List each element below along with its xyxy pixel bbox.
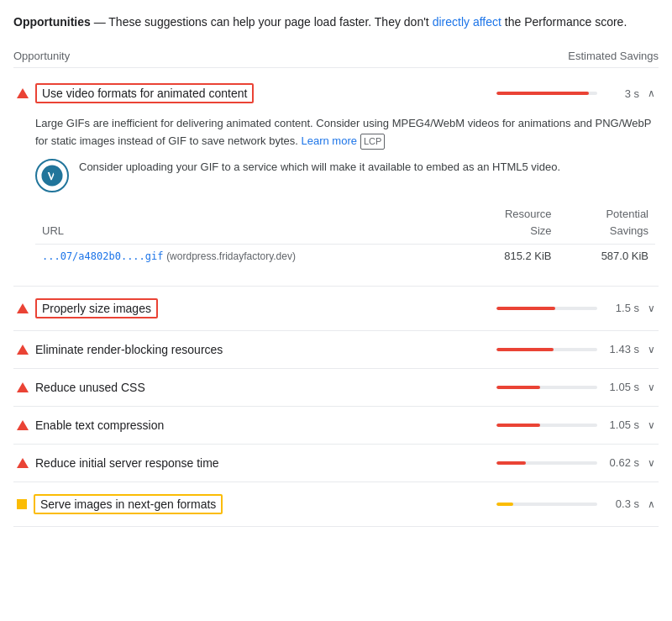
highlighted-title-box-next-gen-formats: Serve images in next-gen formats [34,494,223,514]
wordpress-block-video-formats: Consider uploading your GIF to a service… [35,159,655,192]
opportunity-row-video-formats[interactable]: Use video formats for animated content3 … [13,78,659,108]
chevron-icon-render-blocking[interactable]: ∨ [648,344,655,355]
savings-bar-next-gen-formats [496,503,513,506]
opportunity-right-video-formats: 3 s∧ [487,87,655,100]
opportunity-item-render-blocking: Eliminate render-blocking resources1.43 … [13,331,659,369]
table-header-2: PotentialSavings [559,203,655,245]
opportunity-right-text-compression: 1.05 s∨ [487,418,655,431]
chevron-icon-unused-css[interactable]: ∨ [648,382,655,393]
opportunity-left-video-formats: Use video formats for animated content [17,83,487,103]
warning-icon-server-response [17,458,29,468]
chevron-icon-properly-size[interactable]: ∨ [648,303,655,314]
opportunity-item-server-response: Reduce initial server response time0.62 … [13,445,659,482]
savings-bar-container-render-blocking [496,348,597,351]
warning-icon-properly-size [17,303,29,313]
savings-bar-container-text-compression [496,424,597,427]
highlighted-title-box-properly-size: Properly size images [35,298,158,318]
wordpress-icon-video-formats [35,159,69,192]
opportunity-right-unused-css: 1.05 s∨ [487,381,655,393]
warning-icon-unused-css [17,382,29,392]
opportunity-title-next-gen-formats: Serve images in next-gen formats [40,497,216,511]
warning-icon-render-blocking [17,345,29,355]
chevron-icon-text-compression[interactable]: ∨ [648,419,655,431]
savings-bar-text-compression [496,424,540,427]
savings-bar-properly-size [496,307,555,310]
savings-bar-container-video-formats [496,92,597,95]
opportunity-title-text-compression: Enable text compression [35,418,164,432]
chevron-icon-next-gen-formats[interactable]: ∧ [648,498,655,510]
wordpress-description-video-formats: Consider uploading your GIF to a service… [79,159,560,176]
savings-value-next-gen-formats: 0.3 s [606,497,639,510]
opportunity-left-next-gen-formats: Serve images in next-gen formats [17,494,487,514]
learn-more-link-video-formats[interactable]: Learn more [301,134,356,147]
savings-value-video-formats: 3 s [606,87,639,100]
highlighted-title-box-video-formats: Use video formats for animated content [35,83,254,103]
url-domain-0: (wordpress.fridayfactory.dev) [166,250,296,262]
table-row-0: ...07/a4802b0....gif (wordpress.fridayfa… [35,245,655,269]
url-table-video-formats: URLResourceSizePotentialSavings...07/a48… [35,203,655,269]
table-header-0: URL [35,203,461,245]
opportunities-label: Opportunities [13,15,91,29]
opportunity-row-unused-css[interactable]: Reduce unused CSS1.05 s∨ [13,376,659,399]
col-estimated-savings: Estimated Savings [568,50,659,62]
opportunity-right-properly-size: 1.5 s∨ [487,302,655,314]
opportunity-left-server-response: Reduce initial server response time [17,456,487,470]
savings-value-render-blocking: 1.43 s [606,343,639,355]
description-start: — These suggestions can help your page l… [91,15,433,29]
opportunity-row-properly-size[interactable]: Properly size images1.5 s∨ [13,293,659,324]
chevron-icon-video-formats[interactable]: ∧ [648,87,655,99]
opportunity-row-next-gen-formats[interactable]: Serve images in next-gen formats0.3 s∧ [13,489,659,519]
opportunity-title-unused-css: Reduce unused CSS [35,381,145,394]
warning-icon-text-compression [17,420,29,430]
opportunities-list: Use video formats for animated content3 … [13,71,659,527]
table-url-0: ...07/a4802b0....gif (wordpress.fridayfa… [35,245,461,269]
warning-icon-video-formats [17,88,29,98]
savings-value-properly-size: 1.5 s [606,302,639,314]
opportunity-item-properly-size: Properly size images1.5 s∨ [13,287,659,331]
directly-affect-link[interactable]: directly affect [433,15,501,29]
opportunity-title-video-formats: Use video formats for animated content [42,87,247,100]
opportunity-item-video-formats: Use video formats for animated content3 … [13,71,659,287]
columns-header: Opportunity Estimated Savings [13,45,659,68]
savings-bar-container-server-response [496,461,597,465]
description-end: the Performance score. [501,15,627,29]
savings-value-unused-css: 1.05 s [606,381,639,393]
table-resource-size-0: 815.2 KiB [461,245,558,269]
opportunity-title-properly-size: Properly size images [42,302,151,315]
opportunity-title-server-response: Reduce initial server response time [35,456,219,470]
opportunity-left-unused-css: Reduce unused CSS [17,381,487,394]
savings-bar-container-next-gen-formats [496,503,597,506]
savings-bar-server-response [496,461,526,465]
opportunity-title-render-blocking: Eliminate render-blocking resources [35,343,223,356]
opportunity-left-render-blocking: Eliminate render-blocking resources [17,343,487,356]
savings-bar-unused-css [496,386,540,389]
opportunity-right-next-gen-formats: 0.3 s∧ [487,497,655,510]
expanded-content-video-formats: Large GIFs are inefficient for deliverin… [13,108,659,279]
warning-icon-next-gen-formats [17,499,27,509]
savings-bar-render-blocking [496,348,554,351]
col-opportunity: Opportunity [13,50,568,62]
savings-bar-video-formats [496,92,589,95]
opportunity-right-server-response: 0.62 s∨ [487,456,655,469]
lcp-badge-video-formats: LCP [360,134,385,150]
opportunity-row-render-blocking[interactable]: Eliminate render-blocking resources1.43 … [13,338,659,361]
opportunity-item-unused-css: Reduce unused CSS1.05 s∨ [13,369,659,407]
description-text-video-formats: Large GIFs are inefficient for deliverin… [35,115,655,150]
url-filename-0: ...07/a4802b0....gif [42,250,164,262]
opportunity-item-text-compression: Enable text compression1.05 s∨ [13,407,659,445]
table-header-1: ResourceSize [461,203,558,245]
table-potential-savings-0: 587.0 KiB [559,245,655,269]
chevron-icon-server-response[interactable]: ∨ [648,457,655,469]
header: Opportunities — These suggestions can he… [13,13,659,31]
opportunity-item-next-gen-formats: Serve images in next-gen formats0.3 s∧ [13,482,659,527]
opportunity-row-text-compression[interactable]: Enable text compression1.05 s∨ [13,413,659,437]
savings-value-text-compression: 1.05 s [606,418,639,431]
savings-bar-container-unused-css [496,386,597,389]
savings-bar-container-properly-size [496,307,597,310]
opportunity-right-render-blocking: 1.43 s∨ [487,343,655,355]
savings-value-server-response: 0.62 s [606,456,639,469]
opportunity-left-properly-size: Properly size images [17,298,487,318]
opportunity-row-server-response[interactable]: Reduce initial server response time0.62 … [13,451,659,475]
opportunity-left-text-compression: Enable text compression [17,418,487,432]
